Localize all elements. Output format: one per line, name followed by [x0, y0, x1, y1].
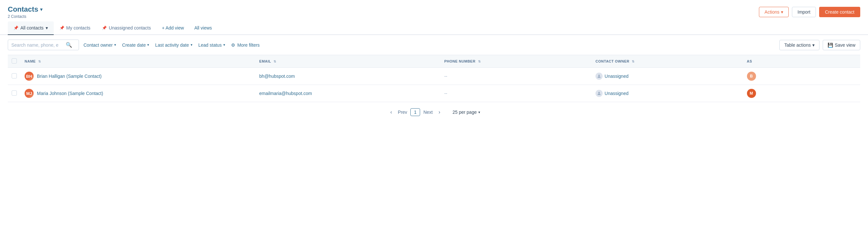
table-actions-label: Table actions — [784, 43, 811, 48]
header-checkbox-cell — [8, 55, 21, 68]
assignee-avatar-2: M — [747, 89, 756, 98]
contact-avatar-2: MJ — [25, 89, 34, 98]
row-email-cell-1: bh@hubspot.com — [255, 68, 440, 85]
save-view-icon: 💾 — [828, 43, 833, 48]
create-date-label: Create date — [122, 43, 146, 48]
contact-phone-1: -- — [444, 74, 447, 79]
tab-all-contacts[interactable]: 📌 All contacts ▾ — [8, 21, 54, 35]
table-row: MJ Maria Johnson (Sample Contact) emailm… — [8, 85, 860, 102]
contact-email-2[interactable]: emailmaria@hubspot.com — [259, 91, 312, 96]
last-activity-chevron-icon: ▾ — [191, 43, 192, 47]
row-checkbox-cell-1 — [8, 68, 21, 85]
more-filters-icon: ⚙ — [231, 43, 235, 48]
row-as-cell-1: B — [743, 68, 860, 85]
row-checkbox-cell-2 — [8, 85, 21, 102]
import-label: Import — [798, 9, 810, 15]
tab-unassigned-label: Unassigned contacts — [109, 25, 151, 30]
owner-name-1[interactable]: Unassigned — [604, 74, 628, 79]
col-header-as[interactable]: AS — [743, 55, 860, 68]
import-button[interactable]: Import — [792, 7, 816, 17]
row-owner-cell-1: Unassigned — [592, 68, 743, 85]
header-actions: Actions ▾ Import Create contact — [759, 7, 860, 17]
row-checkbox-2[interactable] — [12, 90, 17, 96]
next-page-arrow[interactable]: › — [436, 108, 443, 116]
contact-avatar-1: BH — [25, 72, 34, 81]
table-header-row: NAME ⇅ EMAIL ⇅ PHONE NUMBER ⇅ CONTACT OW… — [8, 55, 860, 68]
table-actions-chevron-icon: ▾ — [812, 43, 815, 48]
tab-all-label: All contacts — [21, 25, 44, 30]
row-checkbox-1[interactable] — [12, 73, 17, 78]
contact-name-1[interactable]: Brian Halligan (Sample Contact) — [37, 74, 102, 79]
owner-name-2[interactable]: Unassigned — [604, 91, 628, 96]
more-filters-button[interactable]: ⚙ More filters — [230, 41, 261, 50]
owner-icon-1 — [595, 73, 602, 80]
assignee-avatar-1: B — [747, 72, 756, 81]
pagination: ‹ Prev 1 Next › 25 per page ▾ — [0, 102, 868, 122]
svg-point-1 — [598, 92, 600, 94]
page-title[interactable]: Contacts ▾ — [8, 5, 42, 14]
all-views-label: All views — [194, 25, 212, 30]
pin-icon: 📌 — [13, 26, 19, 30]
tab-my-contacts[interactable]: 📌 My contacts — [54, 21, 96, 35]
contact-email-1[interactable]: bh@hubspot.com — [259, 74, 295, 79]
more-filters-label: More filters — [237, 43, 259, 48]
table-actions-button[interactable]: Table actions ▾ — [779, 40, 819, 50]
contact-owner-filter[interactable]: Contact owner ▾ — [82, 41, 118, 50]
actions-label: Actions — [765, 9, 779, 15]
col-header-name[interactable]: NAME ⇅ — [21, 55, 255, 68]
contact-owner-chevron-icon: ▾ — [114, 43, 116, 47]
owner-sort-icon: ⇅ — [632, 60, 634, 63]
lead-status-chevron-icon: ▾ — [223, 43, 225, 47]
tab-unassigned-contacts[interactable]: 📌 Unassigned contacts — [96, 21, 157, 35]
next-page-text[interactable]: Next — [423, 110, 433, 115]
save-view-button[interactable]: 💾 Save view — [823, 40, 860, 50]
title-text: Contacts — [8, 5, 38, 14]
col-header-phone[interactable]: PHONE NUMBER ⇅ — [440, 55, 592, 68]
contacts-table: NAME ⇅ EMAIL ⇅ PHONE NUMBER ⇅ CONTACT OW… — [8, 55, 860, 102]
filter-bar: 🔍 Contact owner ▾ Create date ▾ Last act… — [0, 35, 868, 55]
contact-name-2[interactable]: Maria Johnson (Sample Contact) — [37, 91, 103, 96]
row-name-cell-1: BH Brian Halligan (Sample Contact) — [21, 68, 255, 85]
create-label: Create contact — [825, 9, 855, 15]
last-activity-date-filter[interactable]: Last activity date ▾ — [154, 41, 193, 50]
pin-icon-unassigned: 📌 — [102, 26, 107, 30]
title-chevron-icon: ▾ — [40, 7, 42, 12]
last-activity-label: Last activity date — [155, 43, 189, 48]
contact-phone-2: -- — [444, 91, 447, 96]
select-all-checkbox[interactable] — [12, 58, 17, 63]
actions-button[interactable]: Actions ▾ — [759, 7, 789, 17]
row-as-cell-2: M — [743, 85, 860, 102]
owner-icon-2 — [595, 90, 602, 97]
table-row: BH Brian Halligan (Sample Contact) bh@hu… — [8, 68, 860, 85]
col-header-owner[interactable]: CONTACT OWNER ⇅ — [592, 55, 743, 68]
prev-page-arrow[interactable]: ‹ — [388, 108, 395, 116]
add-view-label: + Add view — [162, 25, 184, 30]
search-icon: 🔍 — [66, 42, 72, 48]
tab-chevron-icon: ▾ — [45, 25, 48, 30]
current-page[interactable]: 1 — [410, 108, 420, 116]
tab-my-label: My contacts — [66, 25, 91, 30]
name-sort-icon: ⇅ — [38, 60, 41, 63]
contact-count: 2 Contacts — [8, 14, 42, 19]
search-input[interactable] — [11, 43, 63, 48]
lead-status-filter[interactable]: Lead status ▾ — [197, 41, 226, 50]
row-owner-cell-2: Unassigned — [592, 85, 743, 102]
email-sort-icon: ⇅ — [274, 60, 276, 63]
title-group: Contacts ▾ 2 Contacts — [8, 5, 42, 19]
add-view-tab[interactable]: + Add view — [157, 21, 189, 34]
create-contact-button[interactable]: Create contact — [819, 7, 860, 17]
page-header: Contacts ▾ 2 Contacts Actions ▾ Import C… — [0, 0, 868, 21]
row-phone-cell-2: -- — [440, 85, 592, 102]
create-date-filter[interactable]: Create date ▾ — [121, 41, 151, 50]
per-page-chevron-icon: ▾ — [478, 110, 480, 114]
prev-page-text[interactable]: Prev — [398, 110, 407, 115]
per-page-label: 25 per page — [453, 110, 477, 115]
tabs-bar: 📌 All contacts ▾ 📌 My contacts 📌 Unassig… — [0, 21, 868, 35]
phone-sort-icon: ⇅ — [478, 60, 481, 63]
all-views-link[interactable]: All views — [189, 21, 217, 34]
per-page-selector[interactable]: 25 per page ▾ — [453, 110, 480, 115]
row-phone-cell-1: -- — [440, 68, 592, 85]
save-view-label: Save view — [835, 43, 856, 48]
col-header-email[interactable]: EMAIL ⇅ — [255, 55, 440, 68]
lead-status-label: Lead status — [198, 43, 222, 48]
